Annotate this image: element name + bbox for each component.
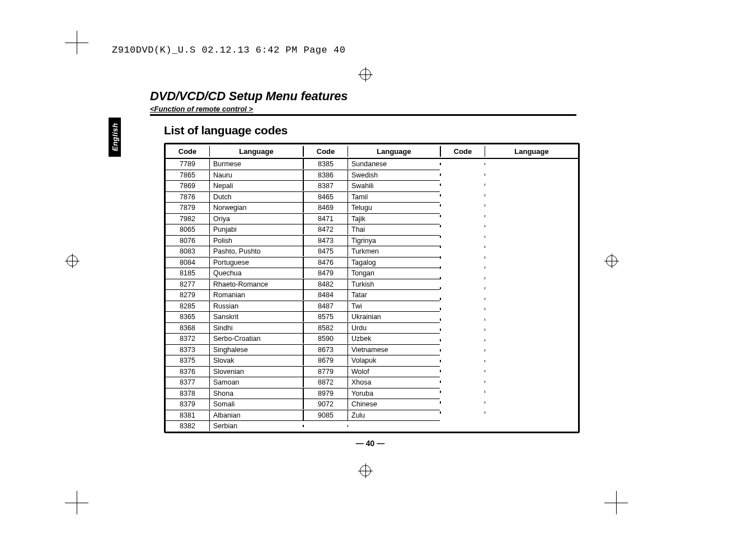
cell-code: 8679 <box>303 355 348 366</box>
table-row: 8582Urdu <box>303 323 440 334</box>
table-row: 7876Dutch <box>166 192 303 203</box>
cell-language <box>485 401 578 404</box>
cell-code <box>440 287 485 289</box>
cell-language: Thai <box>348 224 440 235</box>
table-row <box>440 356 578 367</box>
cell-code: 8484 <box>303 290 348 300</box>
reg-mark-bottom <box>358 463 373 478</box>
cell-language <box>485 381 578 383</box>
cell-code: 7789 <box>166 159 210 169</box>
table-row: 8387Swahili <box>303 181 440 192</box>
header-language: Language <box>485 146 578 157</box>
cell-code <box>440 381 485 383</box>
cell-code <box>440 246 485 248</box>
cell-language <box>485 349 578 352</box>
cell-code <box>440 318 485 321</box>
cell-code <box>440 174 485 176</box>
print-header: Z910DVD(K)_U.S 02.12.13 6:42 PM Page 40 <box>112 45 660 55</box>
title-rule <box>150 114 576 116</box>
table-row: 8476Tagalog <box>303 257 440 269</box>
cell-code <box>440 391 485 393</box>
cell-code: 9072 <box>303 399 348 409</box>
cell-language: Pashto, Pushto <box>210 246 303 256</box>
table-row: 8084Portuguese <box>166 257 303 269</box>
cell-language: Shona <box>210 388 303 399</box>
side-language-tab: English <box>109 118 121 157</box>
table-row: 8482Turkish <box>303 279 440 291</box>
cell-language <box>485 391 578 393</box>
cell-code <box>440 163 485 165</box>
cell-language: Xhosa <box>348 377 440 387</box>
table-row <box>440 345 578 356</box>
cell-language: Romanian <box>210 290 303 300</box>
cell-language: Serbo-Croatian <box>210 334 303 344</box>
cell-language <box>485 277 578 279</box>
table-row <box>440 180 578 190</box>
cell-language: Volapuk <box>348 355 440 366</box>
cell-language <box>485 204 578 207</box>
cell-language <box>485 308 578 310</box>
cell-code <box>440 401 485 404</box>
table-row <box>440 377 578 387</box>
table-row: 8471Tajik <box>303 214 440 225</box>
table-row: 8472Thai <box>303 224 440 236</box>
cell-code: 8376 <box>166 367 210 377</box>
table-row: 8469Telugu <box>303 203 440 214</box>
cell-code: 8479 <box>303 268 348 278</box>
cell-language: Portuguese <box>210 257 303 268</box>
cell-code: 8465 <box>303 192 348 202</box>
cell-code: 8979 <box>303 388 348 399</box>
table-row <box>303 421 440 432</box>
cell-language <box>485 246 578 248</box>
cell-language: Sundanese <box>348 159 440 169</box>
table-row <box>440 366 578 377</box>
cell-language: Turkmen <box>348 246 440 256</box>
cell-code <box>440 215 485 217</box>
cell-language: Yoruba <box>348 388 440 399</box>
cell-language: Tajik <box>348 214 440 224</box>
cell-language <box>485 174 578 176</box>
cell-code: 8378 <box>166 388 210 399</box>
cell-code <box>440 194 485 196</box>
cell-language: Serbian <box>210 421 303 431</box>
table-row: 8575Ukrainian <box>303 312 440 323</box>
cell-code: 8277 <box>166 279 210 289</box>
table-row: 8679Volapuk <box>303 355 440 367</box>
table-row: 8872Xhosa <box>303 377 440 388</box>
reg-mark-cl <box>65 254 79 268</box>
cell-language: Nepali <box>210 181 303 191</box>
table-row: 8673Vietnamese <box>303 345 440 356</box>
cell-code: 8387 <box>303 181 348 191</box>
table-row <box>440 387 578 397</box>
cell-code: 8379 <box>166 399 210 409</box>
cell-language: Vietnamese <box>348 345 440 355</box>
cell-language <box>485 411 578 414</box>
table-row: 8386Swedish <box>303 170 440 181</box>
table-row <box>440 200 578 211</box>
cell-language: Sanskrit <box>210 312 303 322</box>
cell-language: Norwegian <box>210 203 303 213</box>
table-row: 8484Tatar <box>303 290 440 301</box>
cell-code: 8469 <box>303 203 348 213</box>
table-row <box>440 170 578 180</box>
cell-code: 7982 <box>166 214 210 224</box>
page-subtitle: <Function of remote control > <box>150 105 660 113</box>
cell-language <box>485 298 578 300</box>
table-row <box>440 159 578 170</box>
table-row <box>440 232 578 242</box>
cell-language: Albanian <box>210 410 303 420</box>
cell-code: 8385 <box>303 159 348 169</box>
table-row: 7789Burmese <box>166 159 303 170</box>
cell-code: 7869 <box>166 181 210 191</box>
cell-language <box>485 236 578 238</box>
table-row: 7982Oriya <box>166 214 303 225</box>
table-row <box>440 273 578 284</box>
table-header-row: Code Language <box>303 144 440 159</box>
cell-language: Slovak <box>210 355 303 366</box>
table-row <box>440 283 578 294</box>
section-heading: List of language codes <box>164 124 660 137</box>
cell-language: Somali <box>210 399 303 409</box>
cell-code <box>440 184 485 186</box>
page-content: Z910DVD(K)_U.S 02.12.13 6:42 PM Page 40 … <box>112 45 660 448</box>
cell-code: 8381 <box>166 410 210 420</box>
